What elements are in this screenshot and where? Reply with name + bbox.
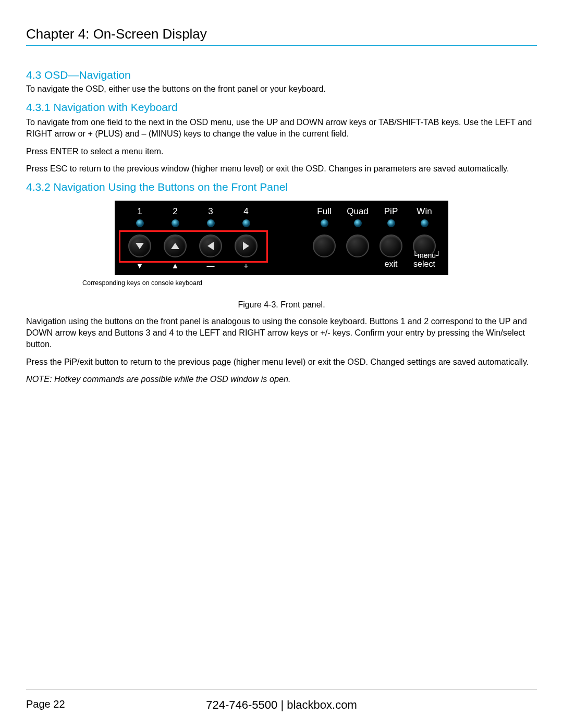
- led-icon: [321, 219, 328, 227]
- led-icon: [354, 219, 362, 227]
- panel-label-quad: Quad: [341, 206, 374, 217]
- symbol-down: ▼: [122, 260, 157, 272]
- panel-label-pip: PiP: [374, 206, 408, 217]
- corresponding-caption: Corresponding keys on console keyboard: [82, 279, 537, 287]
- panel-exit-label: exit: [374, 260, 408, 269]
- figure-caption: Figure 4-3. Front panel.: [26, 300, 537, 310]
- panel-button: [313, 235, 336, 257]
- para-4-3-2-b: Press the PiP/exit button to return to t…: [26, 356, 537, 368]
- arrow-left-icon: [199, 235, 222, 257]
- front-panel-image: 1 2 3 4 Full Quad PiP Win: [115, 201, 448, 275]
- heading-4-3-2: 4.3.2 Navigation Using the Buttons on th…: [26, 181, 537, 193]
- arrow-down-icon: [128, 235, 151, 257]
- panel-label-win: Win: [408, 206, 441, 217]
- led-icon: [387, 219, 395, 227]
- panel-button: [346, 235, 369, 257]
- para-4-3-2-a: Navigation using the buttons on the fron…: [26, 316, 537, 350]
- para-4-3-intro: To navigate the OSD, either use the butt…: [26, 83, 537, 95]
- para-4-3-1-a: To navigate from one field to the next i…: [26, 117, 537, 140]
- led-icon: [242, 219, 250, 227]
- led-icon: [172, 219, 179, 227]
- panel-select-label: select: [408, 260, 441, 269]
- heading-4-3: 4.3 OSD—Navigation: [26, 69, 537, 81]
- arrow-up-icon: [164, 235, 187, 257]
- symbol-plus: +: [228, 260, 264, 272]
- footer-contact: 724-746-5500 | blackbox.com: [26, 698, 537, 712]
- led-icon: [136, 219, 144, 227]
- panel-label-full: Full: [308, 206, 341, 217]
- para-4-3-1-b: Press ENTER to select a menu item.: [26, 146, 537, 157]
- panel-label-2: 2: [157, 206, 193, 217]
- para-4-3-1-c: Press ESC to return to the previous wind…: [26, 163, 537, 175]
- led-icon: [207, 219, 215, 227]
- panel-label-4: 4: [228, 206, 264, 217]
- chapter-title: Chapter 4: On-Screen Display: [26, 26, 537, 46]
- arrow-right-icon: [235, 235, 258, 257]
- footer-rule: [26, 689, 537, 689]
- panel-menu-label: └menu┘: [412, 251, 441, 260]
- panel-button: [380, 235, 402, 257]
- symbol-up: ▲: [157, 260, 193, 272]
- note-hotkey: NOTE: Hotkey commands are possible while…: [26, 374, 537, 384]
- panel-label-1: 1: [122, 206, 157, 217]
- panel-label-3: 3: [193, 206, 228, 217]
- heading-4-3-1: 4.3.1 Navigation with Keyboard: [26, 101, 537, 114]
- led-icon: [421, 219, 429, 227]
- symbol-minus: —: [193, 260, 228, 272]
